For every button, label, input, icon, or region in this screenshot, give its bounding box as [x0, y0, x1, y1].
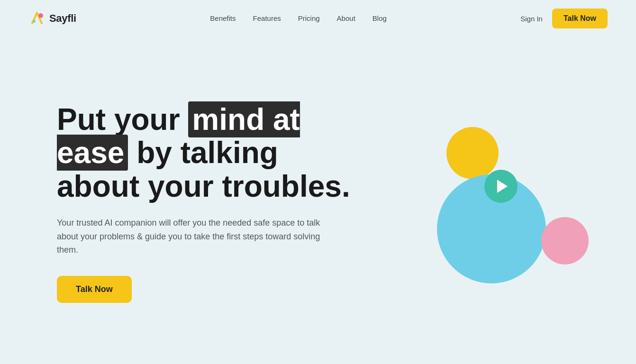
pink-circle [541, 217, 589, 264]
sayfli-logo-icon [28, 10, 45, 27]
svg-point-1 [33, 20, 36, 23]
nav-item-benefits[interactable]: Benefits [210, 14, 236, 23]
logo-text: Sayfli [49, 12, 76, 25]
play-icon [497, 180, 508, 193]
nav-link-pricing[interactable]: Pricing [298, 14, 320, 22]
svg-point-0 [38, 13, 43, 18]
nav-link-blog[interactable]: Blog [373, 14, 387, 22]
hero-illustration [409, 84, 608, 321]
nav-links: Benefits Features Pricing About Blog [210, 14, 387, 23]
logo[interactable]: Sayfli [28, 10, 76, 27]
hero-title-before: Put your [57, 102, 188, 136]
talk-now-hero-button[interactable]: Talk Now [57, 276, 132, 303]
hero-title: Put your mind at ease by talking about y… [57, 103, 365, 203]
hero-section: Put your mind at ease by talking about y… [0, 37, 636, 359]
nav-item-blog[interactable]: Blog [373, 14, 387, 23]
nav-item-pricing[interactable]: Pricing [298, 14, 320, 23]
yellow-circle [446, 127, 499, 179]
nav-link-features[interactable]: Features [253, 14, 281, 22]
nav-link-about[interactable]: About [337, 14, 355, 22]
hero-content: Put your mind at ease by talking about y… [57, 103, 365, 303]
nav-actions: Sign In Talk Now [520, 9, 608, 28]
nav-item-about[interactable]: About [337, 14, 355, 23]
nav-item-features[interactable]: Features [253, 14, 281, 23]
hero-subtitle: Your trusted AI companion will offer you… [57, 216, 341, 257]
talk-now-nav-button[interactable]: Talk Now [552, 9, 608, 28]
sign-in-button[interactable]: Sign In [520, 15, 543, 23]
play-button[interactable] [484, 170, 518, 203]
nav-link-benefits[interactable]: Benefits [210, 14, 236, 22]
navbar: Sayfli Benefits Features Pricing About B… [0, 0, 636, 37]
